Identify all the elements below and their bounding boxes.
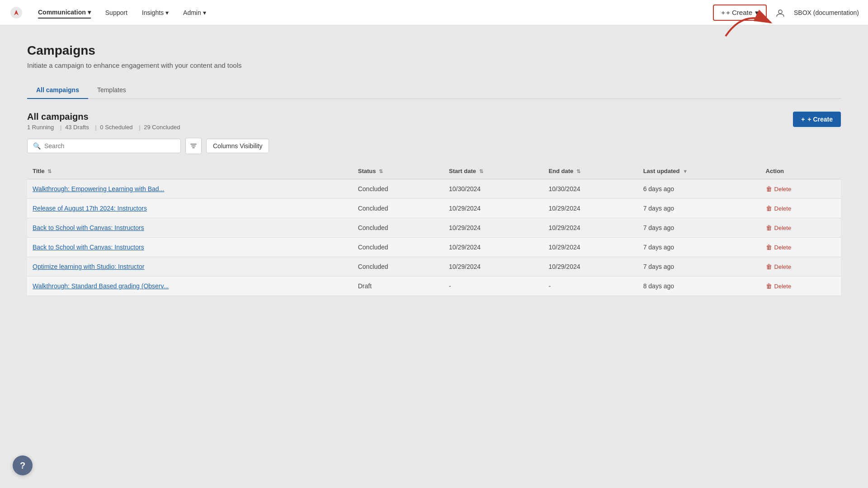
delete-label: Delete [774, 225, 792, 231]
nav-support[interactable]: Support [105, 7, 127, 18]
create-button-main[interactable]: + + Create [793, 112, 841, 127]
create-button-top[interactable]: + + Create ▾ [713, 5, 767, 21]
delete-button[interactable]: 🗑Delete [766, 282, 792, 290]
cell-action: 🗑Delete [760, 257, 841, 277]
delete-button[interactable]: 🗑Delete [766, 224, 792, 231]
search-icon: 🔍 [33, 142, 41, 150]
table-row: Back to School with Canvas: InstructorsC… [27, 218, 841, 238]
cell-end-date: 10/29/2024 [543, 257, 637, 277]
campaigns-table: Title ⇅ Status ⇅ Start date ⇅ End date ⇅… [27, 163, 841, 296]
table-row: Back to School with Canvas: InstructorsC… [27, 238, 841, 257]
nav-communication[interactable]: Communication ▾ [38, 7, 91, 19]
campaign-title-link[interactable]: Optimize learning with Studio: Instructo… [33, 263, 144, 270]
cell-last-updated: 7 days ago [638, 218, 760, 238]
campaign-title-link[interactable]: Back to School with Canvas: Instructors [33, 224, 144, 231]
trash-icon: 🗑 [766, 263, 772, 270]
cell-end-date: 10/29/2024 [543, 218, 637, 238]
section-stats: 1 Running | 43 Drafts | 0 Scheduled | 29… [27, 124, 182, 131]
col-header-action: Action [760, 163, 841, 179]
cell-action: 🗑Delete [760, 179, 841, 199]
delete-label: Delete [774, 244, 792, 251]
user-avatar-icon[interactable] [774, 6, 787, 19]
nav-insights[interactable]: Insights ▾ [142, 7, 169, 18]
page-subtitle: Initiate a campaign to enhance engagemen… [27, 61, 841, 69]
delete-button[interactable]: 🗑Delete [766, 185, 792, 192]
cell-start-date: 10/30/2024 [443, 179, 543, 199]
cell-action: 🗑Delete [760, 199, 841, 218]
cell-title: Release of August 17th 2024: Instructors [27, 199, 353, 218]
cell-status: Concluded [353, 238, 443, 257]
col-header-start-date[interactable]: Start date ⇅ [443, 163, 543, 179]
cell-end-date: 10/29/2024 [543, 199, 637, 218]
cell-start-date: - [443, 277, 543, 296]
main-content: Campaigns Initiate a campaign to enhance… [0, 25, 868, 314]
cell-title: Back to School with Canvas: Instructors [27, 218, 353, 238]
page-title: Campaigns [27, 43, 841, 58]
section-header: All campaigns 1 Running | 43 Drafts | 0 … [27, 112, 841, 131]
table-body: Walkthrough: Empowering Learning with Ba… [27, 179, 841, 296]
cell-last-updated: 6 days ago [638, 179, 760, 199]
section-title-group: All campaigns 1 Running | 43 Drafts | 0 … [27, 112, 182, 131]
trash-icon: 🗑 [766, 205, 772, 212]
cell-title: Walkthrough: Standard Based grading (Obs… [27, 277, 353, 296]
cell-title: Walkthrough: Empowering Learning with Ba… [27, 179, 353, 199]
delete-button[interactable]: 🗑Delete [766, 263, 792, 270]
app-logo[interactable] [9, 5, 24, 20]
campaign-title-link[interactable]: Back to School with Canvas: Instructors [33, 244, 144, 251]
sort-icon: ⇅ [47, 169, 52, 174]
campaign-title-link[interactable]: Walkthrough: Standard Based grading (Obs… [33, 282, 169, 290]
org-label: SBOX (documentation) [794, 9, 859, 16]
cell-last-updated: 7 days ago [638, 257, 760, 277]
col-header-title[interactable]: Title ⇅ [27, 163, 353, 179]
delete-label: Delete [774, 263, 792, 270]
nav-right-section: + + Create ▾ SBOX (documentation) [713, 5, 859, 21]
table-header: Title ⇅ Status ⇅ Start date ⇅ End date ⇅… [27, 163, 841, 179]
cell-action: 🗑Delete [760, 238, 841, 257]
trash-icon: 🗑 [766, 282, 772, 290]
delete-label: Delete [774, 283, 792, 290]
table-row: Walkthrough: Empowering Learning with Ba… [27, 179, 841, 199]
cell-action: 🗑Delete [760, 277, 841, 296]
tab-templates[interactable]: Templates [88, 82, 135, 99]
top-navigation: Communication ▾ Support Insights ▾ Admin… [0, 0, 868, 25]
cell-status: Concluded [353, 199, 443, 218]
tab-bar: All campaigns Templates [27, 82, 841, 99]
table-row: Walkthrough: Standard Based grading (Obs… [27, 277, 841, 296]
chevron-down-icon: ▾ [88, 9, 91, 16]
cell-action: 🗑Delete [760, 218, 841, 238]
trash-icon: 🗑 [766, 244, 772, 251]
cell-end-date: - [543, 277, 637, 296]
filter-button[interactable] [185, 138, 202, 154]
sort-icon: ▼ [683, 169, 688, 174]
col-header-last-updated[interactable]: Last updated ▼ [638, 163, 760, 179]
cell-last-updated: 7 days ago [638, 199, 760, 218]
delete-button[interactable]: 🗑Delete [766, 244, 792, 251]
delete-button[interactable]: 🗑Delete [766, 205, 792, 212]
search-input[interactable] [44, 142, 175, 150]
chevron-down-icon: ▾ [755, 9, 759, 17]
tab-all-campaigns[interactable]: All campaigns [27, 82, 88, 99]
cell-title: Back to School with Canvas: Instructors [27, 238, 353, 257]
cell-last-updated: 7 days ago [638, 238, 760, 257]
cell-status: Draft [353, 277, 443, 296]
svg-point-4 [778, 10, 782, 14]
plus-icon: + [721, 9, 725, 16]
nav-admin[interactable]: Admin ▾ [183, 7, 206, 18]
cell-status: Concluded [353, 257, 443, 277]
columns-visibility-button[interactable]: Columns Visibility [206, 139, 269, 153]
sort-icon: ⇅ [576, 169, 580, 174]
col-header-status[interactable]: Status ⇅ [353, 163, 443, 179]
chevron-down-icon: ▾ [165, 9, 169, 16]
sort-icon: ⇅ [379, 169, 383, 174]
table-row: Optimize learning with Studio: Instructo… [27, 257, 841, 277]
cell-start-date: 10/29/2024 [443, 199, 543, 218]
campaign-title-link[interactable]: Walkthrough: Empowering Learning with Ba… [33, 185, 164, 192]
campaign-title-link[interactable]: Release of August 17th 2024: Instructors [33, 205, 147, 212]
trash-icon: 🗑 [766, 224, 772, 231]
cell-status: Concluded [353, 218, 443, 238]
section-title: All campaigns [27, 112, 182, 122]
cell-start-date: 10/29/2024 [443, 257, 543, 277]
sort-icon: ⇅ [479, 169, 483, 174]
col-header-end-date[interactable]: End date ⇅ [543, 163, 637, 179]
cell-last-updated: 8 days ago [638, 277, 760, 296]
